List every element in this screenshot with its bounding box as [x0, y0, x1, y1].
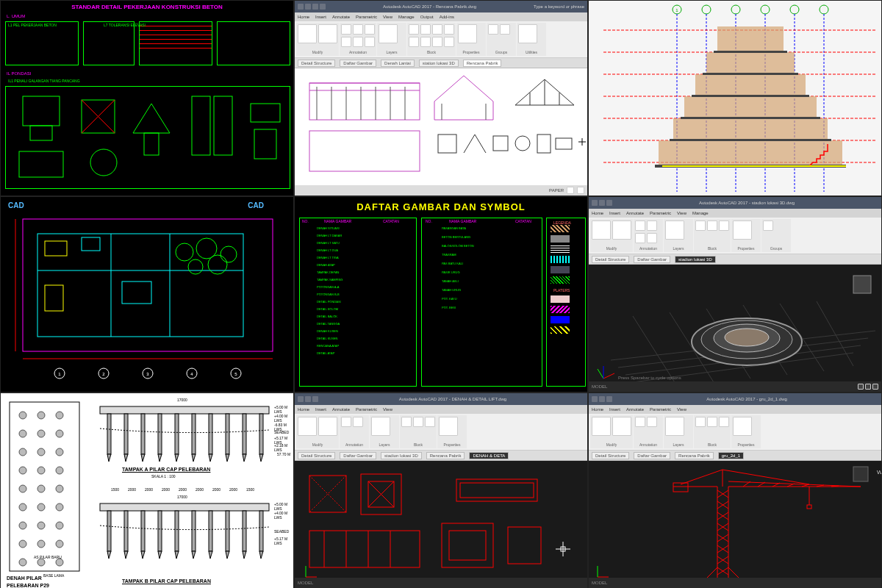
- modelspace[interactable]: [295, 461, 587, 578]
- doc-tabs: Detail StructureDaftar GambarDenah Lanta…: [295, 58, 587, 68]
- svg-point-140: [56, 559, 63, 566]
- svg-rect-70: [37, 234, 243, 337]
- svg-rect-152: [100, 503, 269, 511]
- svg-point-114: [19, 412, 26, 419]
- titlebar: Autodesk AutoCAD 2017 - stadion lokasi 3…: [589, 197, 881, 209]
- svg-rect-162: [259, 511, 263, 551]
- svg-rect-6: [192, 96, 210, 155]
- svg-rect-7: [214, 96, 232, 155]
- plan-svg: 1 2 3 4 5: [1, 197, 293, 392]
- drawing-canvas[interactable]: [295, 68, 587, 185]
- svg-text:2: 2: [102, 372, 105, 376]
- svg-rect-32: [537, 135, 551, 153]
- section-svg: 1: [589, 1, 881, 196]
- svg-rect-161: [243, 511, 246, 551]
- svg-point-136: [37, 540, 45, 548]
- svg-point-120: [19, 448, 26, 456]
- svg-rect-218: [807, 505, 811, 509]
- svg-point-115: [37, 412, 45, 419]
- svg-point-76: [220, 246, 237, 262]
- svg-rect-144: [141, 414, 145, 454]
- svg-line-216: [723, 470, 809, 484]
- ribbon: Modify Annotation Layers Block Propertie…: [295, 21, 587, 58]
- svg-rect-60: [673, 118, 828, 140]
- svg-line-110: [603, 373, 614, 379]
- tile-autocad-pabrik[interactable]: Autodesk AutoCAD 2017 - Rencana Pabrik.d…: [294, 0, 588, 196]
- svg-point-131: [56, 503, 63, 511]
- app-icon[interactable]: [298, 4, 304, 10]
- svg-rect-10: [19, 151, 63, 177]
- svg-point-135: [19, 540, 26, 548]
- tile-autocad-crane[interactable]: Autodesk AutoCAD 2017 - gru_2d_1.dwg Hom…: [588, 392, 882, 588]
- svg-text:1: 1: [58, 372, 61, 376]
- svg-point-77: [188, 259, 203, 274]
- undo-icon[interactable]: [312, 4, 318, 10]
- tile-autocad-lift[interactable]: Autodesk AutoCAD 2017 - DENAH & DETAIL L…: [294, 392, 588, 588]
- tile-building-section[interactable]: 1: [588, 0, 882, 196]
- svg-line-111: [598, 369, 603, 379]
- svg-text:W: W: [877, 469, 881, 476]
- svg-point-134: [56, 522, 63, 529]
- svg-point-122: [56, 448, 63, 456]
- svg-rect-56: [717, 26, 784, 52]
- svg-point-132: [19, 522, 26, 529]
- svg-rect-57: [706, 52, 795, 74]
- svg-rect-145: [158, 414, 162, 454]
- svg-point-138: [19, 559, 26, 566]
- tile-beton-standard[interactable]: STANDAR DETAIL PEKERJAAN KONSTRUKSI BETO…: [0, 0, 294, 196]
- svg-line-215: [681, 470, 723, 484]
- svg-point-11: [90, 149, 117, 176]
- svg-rect-29: [438, 135, 456, 153]
- svg-rect-5: [144, 133, 159, 155]
- svg-point-78: [208, 255, 227, 274]
- svg-rect-8: [251, 104, 280, 122]
- titlebar: Autodesk AutoCAD 2017 - Rencana Pabrik.d…: [295, 1, 587, 12]
- svg-point-133: [37, 522, 45, 529]
- svg-rect-59: [684, 96, 817, 118]
- svg-rect-172: [309, 531, 420, 567]
- svg-rect-30: [493, 136, 508, 151]
- svg-rect-65: [681, 117, 820, 119]
- line-tool[interactable]: [298, 24, 317, 43]
- svg-text:3: 3: [146, 372, 149, 376]
- svg-text:1: 1: [675, 8, 678, 12]
- svg-rect-219: [853, 467, 868, 481]
- tile-floor-plan[interactable]: CAD CAD 1 2 3 4 5: [0, 196, 294, 392]
- svg-rect-149: [226, 414, 229, 454]
- svg-point-128: [56, 485, 63, 492]
- tile-pile-plan[interactable]: TAMPAK A PILAR CAP PELEBARAN SKALA 1 : 1…: [0, 392, 294, 588]
- viewport-3d[interactable]: Press Spacebar to cycle options: [589, 265, 881, 381]
- svg-rect-179: [508, 527, 541, 564]
- svg-point-116: [56, 412, 63, 419]
- svg-rect-143: [124, 414, 128, 454]
- drawing-title: STANDAR DETAIL PEKERJAAN KONSTRUKSI BETO…: [1, 1, 293, 13]
- svg-rect-160: [226, 511, 229, 551]
- svg-point-129: [19, 503, 26, 511]
- text-tool[interactable]: [379, 24, 398, 43]
- ribbon-tabs: HomeInsertAnnotateParametricViewManageOu…: [295, 12, 587, 21]
- svg-point-31: [515, 136, 530, 151]
- modelspace[interactable]: W: [589, 461, 881, 578]
- foundation-detail-svg: [8, 89, 287, 184]
- save-icon[interactable]: [305, 4, 311, 10]
- tile-symbol-list[interactable]: DAFTAR GAMBAR DAN SYMBOL NO. NAMA GAMBAR…: [294, 196, 588, 392]
- svg-rect-141: [100, 406, 269, 414]
- svg-point-38: [702, 5, 711, 14]
- tile-autocad-stadium[interactable]: Autodesk AutoCAD 2017 - stadion lokasi 3…: [588, 196, 882, 392]
- svg-point-39: [731, 5, 740, 14]
- svg-point-127: [37, 485, 45, 492]
- redo-icon[interactable]: [320, 4, 326, 10]
- svg-line-99: [633, 316, 677, 381]
- svg-rect-1: [30, 126, 52, 140]
- svg-rect-80: [45, 285, 63, 311]
- svg-rect-171: [460, 483, 534, 498]
- svg-rect-62: [714, 51, 787, 53]
- svg-point-42: [820, 5, 828, 14]
- svg-point-74: [176, 243, 193, 261]
- svg-point-117: [19, 430, 26, 437]
- svg-rect-109: [853, 276, 871, 293]
- svg-point-40: [761, 5, 770, 14]
- svg-point-130: [37, 503, 45, 511]
- svg-rect-148: [209, 414, 212, 454]
- polyline-tool[interactable]: [318, 24, 337, 43]
